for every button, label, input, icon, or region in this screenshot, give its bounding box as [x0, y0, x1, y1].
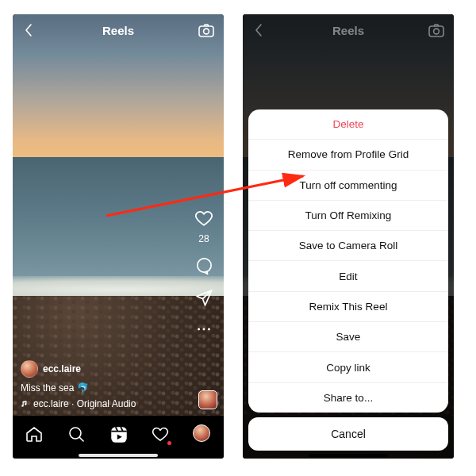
nav-home[interactable] — [25, 424, 44, 443]
reel-meta: ecc.laire Miss the sea 🐬 ecc.laire · Ori… — [21, 360, 186, 409]
sheet-remix-this-reel[interactable]: Remix This Reel — [248, 292, 448, 322]
right-action-rail: 28 — [190, 208, 217, 340]
chevron-left-icon — [23, 22, 34, 38]
more-icon — [195, 321, 213, 338]
search-icon — [67, 424, 86, 443]
svg-rect-12 — [429, 26, 443, 36]
sheet-copy-link[interactable]: Copy link — [248, 352, 448, 382]
sheet-save-camera-roll[interactable]: Save to Camera Roll — [248, 231, 448, 261]
sheet-edit[interactable]: Edit — [248, 261, 448, 291]
sheet-turn-off-commenting[interactable]: Turn off commenting — [248, 171, 448, 201]
svg-rect-8 — [111, 427, 127, 443]
author-avatar[interactable] — [21, 360, 38, 378]
paperplane-icon — [194, 288, 214, 308]
heart-icon — [194, 208, 214, 228]
back-button[interactable] — [19, 21, 38, 40]
nav-search[interactable] — [67, 424, 86, 443]
music-note-icon — [21, 400, 29, 408]
sheet-save[interactable]: Save — [248, 322, 448, 352]
reel-caption: Miss the sea 🐬 — [21, 382, 89, 393]
heart-outline-icon — [151, 424, 170, 443]
topbar: Reels — [13, 14, 224, 46]
sheet-remove-from-grid[interactable]: Remove from Profile Grid — [248, 140, 448, 170]
avatar-icon — [193, 424, 210, 442]
comment-icon — [194, 256, 214, 276]
camera-icon — [427, 21, 446, 40]
share-button[interactable] — [194, 287, 214, 308]
sheet-share-to[interactable]: Share to... — [248, 383, 448, 413]
sheet-delete[interactable]: Delete — [248, 109, 448, 140]
svg-point-1 — [204, 29, 209, 34]
action-sheet-screen: Reels Delete Remove from Profile Grid Tu… — [243, 14, 454, 459]
more-button[interactable] — [194, 319, 214, 340]
sheet-turn-off-remixing[interactable]: Turn Off Remixing — [248, 201, 448, 231]
home-indicator — [309, 454, 388, 457]
chevron-left-icon — [253, 22, 264, 38]
header-title: Reels — [102, 24, 134, 37]
nav-reels[interactable] — [109, 424, 128, 443]
reels-viewer-screen: Reels 28 — [13, 14, 224, 459]
comment-button[interactable] — [194, 255, 214, 276]
like-count: 28 — [198, 233, 209, 244]
author-username[interactable]: ecc.laire — [43, 363, 81, 374]
action-sheet: Delete Remove from Profile Grid Turn off… — [248, 109, 448, 413]
svg-point-13 — [434, 29, 440, 34]
notification-dot — [167, 441, 171, 445]
bottom-nav — [13, 416, 224, 459]
audio-line[interactable]: ecc.laire · Original Audio — [33, 398, 136, 409]
back-button-dimmed — [249, 21, 268, 40]
header-title-dimmed: Reels — [332, 24, 364, 37]
svg-point-2 — [197, 258, 210, 271]
sheet-cancel[interactable]: Cancel — [248, 417, 448, 451]
home-icon — [25, 424, 44, 443]
svg-point-4 — [203, 328, 205, 331]
camera-button-dimmed — [427, 21, 446, 40]
like-button[interactable] — [194, 208, 214, 228]
svg-line-7 — [79, 438, 83, 442]
svg-point-5 — [208, 328, 210, 331]
home-indicator — [79, 454, 158, 457]
nav-profile[interactable] — [193, 424, 212, 443]
reels-icon — [109, 424, 129, 445]
camera-button[interactable] — [197, 21, 216, 40]
nav-activity[interactable] — [151, 424, 170, 443]
svg-rect-0 — [199, 26, 213, 36]
audio-thumbnail[interactable] — [198, 390, 217, 409]
svg-point-3 — [198, 328, 200, 331]
svg-point-6 — [70, 428, 81, 439]
camera-icon — [197, 21, 216, 40]
